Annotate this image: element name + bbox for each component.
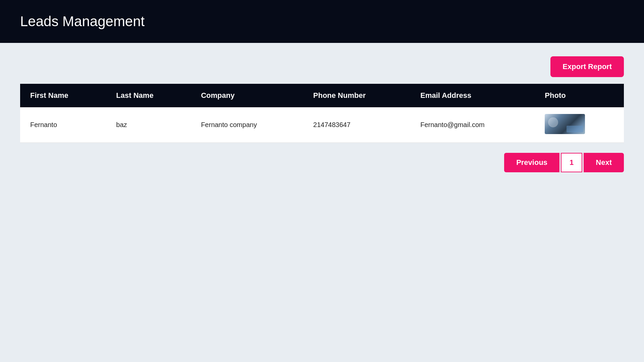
cell-last-name: baz bbox=[106, 107, 191, 143]
col-phone-number: Phone Number bbox=[303, 84, 410, 107]
col-company: Company bbox=[191, 84, 303, 107]
leads-table: First Name Last Name Company Phone Numbe… bbox=[20, 84, 624, 143]
col-last-name: Last Name bbox=[106, 84, 191, 107]
col-first-name: First Name bbox=[20, 84, 106, 107]
cell-first-name: Fernanto bbox=[20, 107, 106, 143]
cell-company: Fernanto company bbox=[191, 107, 303, 143]
cell-phone-number: 2147483647 bbox=[303, 107, 410, 143]
previous-button[interactable]: Previous bbox=[504, 153, 559, 172]
page-header: Leads Management bbox=[0, 0, 644, 43]
col-photo: Photo bbox=[535, 84, 624, 107]
col-email-address: Email Address bbox=[410, 84, 535, 107]
toolbar: Export Report bbox=[20, 56, 624, 77]
next-button[interactable]: Next bbox=[584, 153, 624, 172]
cell-email-address: Fernanto@gmail.com bbox=[410, 107, 535, 143]
main-content: Export Report First Name Last Name Compa… bbox=[0, 56, 644, 172]
photo-thumbnail bbox=[545, 114, 585, 134]
cell-photo bbox=[535, 107, 624, 143]
page-title: Leads Management bbox=[20, 13, 624, 29]
pagination: Previous 1 Next bbox=[20, 153, 624, 172]
table-body: Fernanto baz Fernanto company 2147483647… bbox=[20, 107, 624, 143]
table-header-row: First Name Last Name Company Phone Numbe… bbox=[20, 84, 624, 107]
page-number: 1 bbox=[561, 153, 582, 172]
table-header: First Name Last Name Company Phone Numbe… bbox=[20, 84, 624, 107]
table-row: Fernanto baz Fernanto company 2147483647… bbox=[20, 107, 624, 143]
export-report-button[interactable]: Export Report bbox=[550, 56, 624, 77]
